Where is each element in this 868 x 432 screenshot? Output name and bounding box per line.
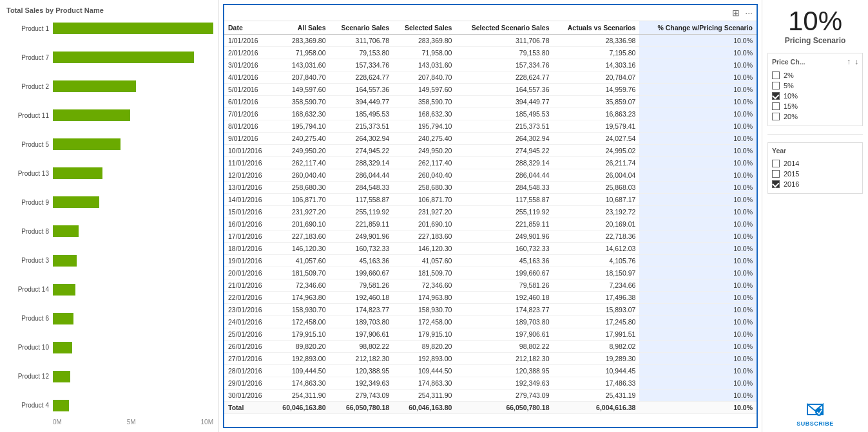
table-cell-6-5: 16,863.23 — [554, 108, 640, 120]
table-cell-4-4: 164,557.36 — [456, 84, 553, 96]
total-cell-3: 60,046,163.80 — [393, 402, 456, 414]
table-cell-23-5: 17,245.80 — [554, 316, 640, 328]
year-option-1[interactable]: 2015 — [772, 169, 858, 179]
chart-title: Total Sales by Product Name — [6, 6, 213, 14]
table-cell-3-0: 4/01/2016 — [224, 71, 271, 84]
checkbox-price-2[interactable] — [772, 92, 780, 100]
table-cell-27-6: 10.0% — [639, 365, 757, 377]
table-cell-6-0: 7/01/2016 — [224, 108, 271, 120]
table-cell-26-5: 19,289.30 — [554, 353, 640, 365]
expand-icon[interactable]: ⊞ — [732, 8, 740, 18]
total-cell-6: 10.0% — [639, 402, 757, 414]
table-cell-26-4: 212,182.30 — [456, 353, 553, 365]
table-cell-16-6: 10.0% — [639, 230, 757, 243]
subscribe-button[interactable]: SUBSCRIBE — [767, 403, 863, 427]
price-option-0[interactable]: 2% — [772, 70, 858, 80]
table-cell-21-5: 17,496.38 — [554, 292, 640, 304]
table-row: 16/01/2016201,690.10221,859.11201,690.10… — [224, 218, 757, 230]
table-cell-7-0: 8/01/2016 — [224, 120, 271, 133]
table-cell-2-4: 157,334.76 — [456, 59, 553, 71]
total-cell-5: 6,004,616.38 — [554, 402, 640, 414]
table-cell-29-4: 279,743.09 — [456, 390, 553, 402]
bar-container — [53, 196, 213, 208]
table-cell-5-2: 394,449.77 — [329, 96, 393, 108]
table-cell-24-1: 179,915.10 — [271, 328, 329, 341]
checkbox-price-0[interactable] — [772, 71, 780, 79]
table-cell-10-5: 26,211.74 — [554, 157, 640, 169]
table-cell-5-0: 6/01/2016 — [224, 96, 271, 108]
year-option-0[interactable]: 2014 — [772, 158, 858, 169]
table-cell-22-0: 23/01/2016 — [224, 304, 271, 316]
bar-fill — [53, 225, 79, 237]
table-row: 6/01/2016358,590.70394,449.77358,590.703… — [224, 96, 757, 108]
bar-label: Product 10 — [6, 344, 53, 351]
table-cell-12-1: 258,680.30 — [271, 182, 329, 194]
table-cell-29-1: 254,311.90 — [271, 390, 329, 402]
table-toolbar: ⊞ ··· — [224, 5, 757, 21]
table-cell-6-2: 185,495.53 — [329, 108, 393, 120]
table-cell-0-4: 311,706.78 — [456, 35, 553, 47]
bar-container — [53, 80, 213, 92]
table-scroll-area[interactable]: DateAll SalesScenario SalesSelected Sale… — [224, 21, 757, 427]
table-cell-25-0: 26/01/2016 — [224, 341, 271, 353]
table-cell-0-2: 311,706.78 — [329, 35, 393, 47]
table-cell-7-1: 195,794.10 — [271, 120, 329, 133]
year-option-2[interactable]: 2016 — [772, 179, 858, 189]
price-option-1[interactable]: 5% — [772, 80, 858, 91]
table-cell-1-4: 79,153.80 — [456, 47, 553, 59]
table-row: 12/01/2016260,040.40286,044.44260,040.40… — [224, 169, 757, 182]
price-option-2[interactable]: 10% — [772, 91, 858, 101]
year-options-list: 201420152016 — [772, 158, 858, 189]
table-row: 15/01/2016231,927.20255,119.92231,927.20… — [224, 206, 757, 218]
pricing-scenario-value: 10% — [767, 8, 863, 35]
table-cell-9-1: 249,950.20 — [271, 145, 329, 157]
sort-asc-icon[interactable]: ↑ — [847, 57, 851, 66]
table-cell-13-2: 117,558.87 — [329, 194, 393, 206]
col-header-6: % Change w/Pricing Scenario — [639, 21, 757, 35]
table-cell-11-5: 26,004.04 — [554, 169, 640, 182]
bar-fill — [53, 284, 75, 296]
table-cell-21-2: 192,460.18 — [329, 292, 393, 304]
checkbox-price-4[interactable] — [772, 113, 780, 120]
table-cell-11-0: 12/01/2016 — [224, 169, 271, 182]
table-cell-8-0: 9/01/2016 — [224, 133, 271, 145]
table-cell-13-4: 117,558.87 — [456, 194, 553, 206]
table-cell-22-2: 174,823.77 — [329, 304, 393, 316]
table-cell-17-1: 146,120.30 — [271, 243, 329, 255]
table-cell-25-4: 98,802.22 — [456, 341, 553, 353]
table-cell-27-4: 120,388.95 — [456, 365, 553, 377]
sort-desc-icon[interactable]: ↓ — [854, 57, 858, 66]
table-cell-10-0: 11/01/2016 — [224, 157, 271, 169]
price-option-3[interactable]: 15% — [772, 101, 858, 111]
checkbox-year-1[interactable] — [772, 170, 780, 178]
table-cell-7-3: 195,794.10 — [393, 120, 456, 133]
bar-container — [53, 138, 213, 150]
table-cell-3-2: 228,624.77 — [329, 71, 393, 84]
table-cell-23-2: 189,703.80 — [329, 316, 393, 328]
table-cell-26-6: 10.0% — [639, 353, 757, 365]
checkbox-price-3[interactable] — [772, 102, 780, 110]
bar-fill — [53, 313, 73, 324]
table-cell-19-4: 199,660.67 — [456, 267, 553, 279]
col-header-2: Scenario Sales — [329, 21, 393, 35]
bar-label: Product 5 — [6, 141, 53, 148]
table-cell-15-2: 221,859.11 — [329, 218, 393, 230]
checkbox-year-0[interactable] — [772, 160, 780, 167]
table-cell-3-6: 10.0% — [639, 71, 757, 84]
more-icon[interactable]: ··· — [745, 8, 753, 18]
table-cell-7-2: 215,373.51 — [329, 120, 393, 133]
table-cell-11-1: 260,040.40 — [271, 169, 329, 182]
bar-container — [53, 52, 213, 63]
price-option-4[interactable]: 20% — [772, 111, 858, 122]
bar-chart: Product 1Product 7Product 2Product 11Pro… — [6, 19, 213, 416]
table-cell-1-2: 79,153.80 — [329, 47, 393, 59]
checkbox-price-1[interactable] — [772, 82, 780, 89]
table-row: 18/01/2016146,120.30160,732.33146,120.30… — [224, 243, 757, 255]
bar-label: Product 12 — [6, 373, 53, 380]
table-cell-5-3: 358,590.70 — [393, 96, 456, 108]
toolbar-icons: ⊞ ··· — [732, 8, 753, 18]
table-row: 29/01/2016174,863.30192,349.63174,863.30… — [224, 377, 757, 390]
checkbox-year-2[interactable] — [772, 180, 780, 188]
table-cell-10-6: 10.0% — [639, 157, 757, 169]
table-cell-14-6: 10.0% — [639, 206, 757, 218]
